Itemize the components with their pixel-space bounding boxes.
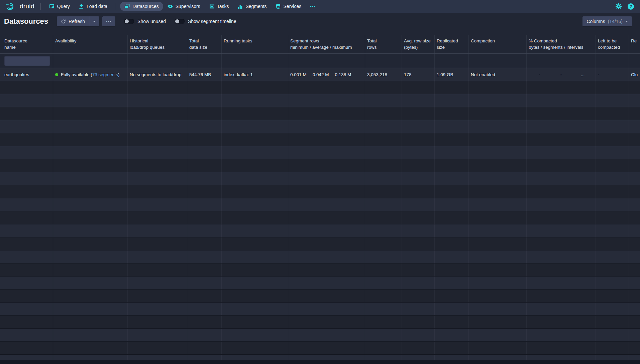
cell-avg_row_size: 178 (402, 68, 435, 81)
empty-cell (53, 107, 128, 120)
toggle-switch[interactable] (124, 19, 134, 24)
refresh-icon (61, 19, 66, 24)
empty-cell (53, 263, 128, 276)
empty-cell (222, 250, 288, 263)
empty-cell (469, 290, 527, 302)
empty-cell (288, 94, 365, 107)
empty-cell (53, 211, 128, 224)
table-row-empty (0, 107, 640, 120)
column-header-segment_rows[interactable]: Segment rows minimum / average / maximum (288, 35, 365, 53)
brand-wordmark: druid (20, 3, 34, 10)
datasource-name-filter-input[interactable] (4, 56, 50, 66)
druid-logo[interactable]: druid (3, 2, 36, 10)
empty-cell (365, 329, 402, 341)
column-header-left_compacted[interactable]: Left to be compacted (596, 35, 629, 53)
column-header-name[interactable]: Datasource name (0, 35, 53, 53)
toggle-show-segment-timeline[interactable]: Show segment timeline (175, 19, 236, 24)
empty-cell (222, 107, 288, 120)
empty-cell (128, 198, 187, 211)
empty-cell (222, 81, 288, 94)
empty-cell (629, 211, 640, 224)
empty-cell (596, 94, 629, 107)
empty-cell (402, 342, 435, 354)
empty-cell (629, 94, 640, 107)
nav-item-tasks[interactable]: Tasks (205, 2, 233, 11)
cell-retention: Clu (629, 68, 640, 81)
column-header-retention[interactable]: Re (629, 35, 640, 53)
empty-cell (435, 172, 469, 185)
column-header-line1: Availability (55, 38, 125, 44)
column-header-total_rows[interactable]: Total rows (365, 35, 402, 53)
help-icon[interactable]: ? (628, 3, 634, 10)
empty-cell (128, 290, 187, 302)
cell-availability: Fully available (73 segments) (53, 68, 128, 81)
empty-cell (187, 172, 222, 185)
empty-cell (629, 290, 640, 302)
empty-cell (469, 120, 527, 133)
nav-item-label: Datasources (132, 4, 159, 9)
column-header-line2: name (4, 44, 51, 50)
refresh-options-dropdown-button[interactable] (89, 16, 99, 26)
column-header-pct_compacted[interactable]: % Compacted bytes / segments / intervals (527, 35, 596, 53)
nav-item-load-data[interactable]: Load data (74, 2, 112, 11)
table-row[interactable]: earthquakes Fully available (73 segments… (0, 68, 640, 81)
empty-cell (0, 250, 53, 263)
empty-cell (288, 290, 365, 302)
empty-cell (222, 342, 288, 354)
empty-cell (0, 237, 53, 250)
settings-gear-icon[interactable] (615, 3, 622, 10)
empty-cell (402, 237, 435, 250)
empty-cell (365, 159, 402, 172)
column-header-replicated_size[interactable]: Replicated size (435, 35, 469, 53)
refresh-button[interactable]: Refresh (57, 16, 89, 26)
column-header-avg_row_size[interactable]: Avg. row size (bytes) (402, 35, 435, 53)
empty-cell (629, 133, 640, 146)
empty-cell (596, 107, 629, 120)
empty-cell (222, 94, 288, 107)
column-header-availability[interactable]: Availability (53, 35, 128, 53)
empty-cell (187, 107, 222, 120)
empty-cell (365, 263, 402, 276)
nav-item-query[interactable]: Query (45, 2, 74, 11)
empty-cell (365, 277, 402, 289)
columns-button[interactable]: Columns (14/16) (582, 16, 632, 26)
column-header-running_tasks[interactable]: Running tasks (222, 35, 288, 53)
cell-compaction: Not enabled (469, 68, 527, 81)
empty-cell (222, 277, 288, 289)
empty-cell (0, 94, 53, 107)
nav-item-segments[interactable]: Segments (233, 2, 271, 11)
empty-cell (288, 172, 365, 185)
empty-cell (187, 250, 222, 263)
empty-cell (527, 146, 596, 159)
segments-count-link[interactable]: 73 segments (92, 72, 118, 77)
empty-cell (288, 211, 365, 224)
empty-cell (596, 81, 629, 94)
horizontal-scrollbar[interactable] (0, 360, 640, 364)
empty-cell (187, 94, 222, 107)
column-header-load_drop[interactable]: Historical load/drop queues (128, 35, 187, 53)
filter-cell-name (0, 54, 53, 68)
empty-cell (365, 250, 402, 263)
toggle-switch[interactable] (175, 19, 185, 24)
nav-item-supervisors[interactable]: Supervisors (163, 2, 205, 11)
table-row-empty (0, 342, 640, 355)
empty-cell (53, 224, 128, 237)
empty-cell (128, 277, 187, 289)
nav-item-datasources[interactable]: Datasources (120, 2, 163, 11)
empty-cell (435, 107, 469, 120)
empty-cell (53, 120, 128, 133)
toggle-show-unused[interactable]: Show unused (124, 19, 166, 24)
empty-cell (629, 81, 640, 94)
column-header-line1: Total (367, 38, 400, 44)
empty-cell (222, 146, 288, 159)
column-header-compaction[interactable]: Compaction (469, 35, 527, 53)
empty-cell (128, 107, 187, 120)
nav-item-services[interactable]: Services (271, 2, 306, 11)
empty-cell (629, 329, 640, 341)
empty-cell (527, 316, 596, 328)
column-header-total_size[interactable]: Total data size (187, 35, 222, 53)
more-actions-button[interactable]: ··· (102, 16, 115, 26)
empty-cell (288, 146, 365, 159)
empty-cell (402, 263, 435, 276)
nav-item-more[interactable] (306, 2, 320, 11)
